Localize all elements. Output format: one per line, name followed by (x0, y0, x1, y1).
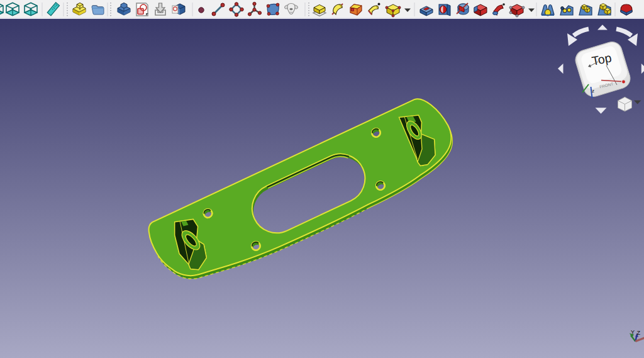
svg-text:z: z (592, 88, 594, 94)
svg-text:Y: Y (631, 329, 635, 335)
svg-text:Z: Z (637, 330, 641, 336)
